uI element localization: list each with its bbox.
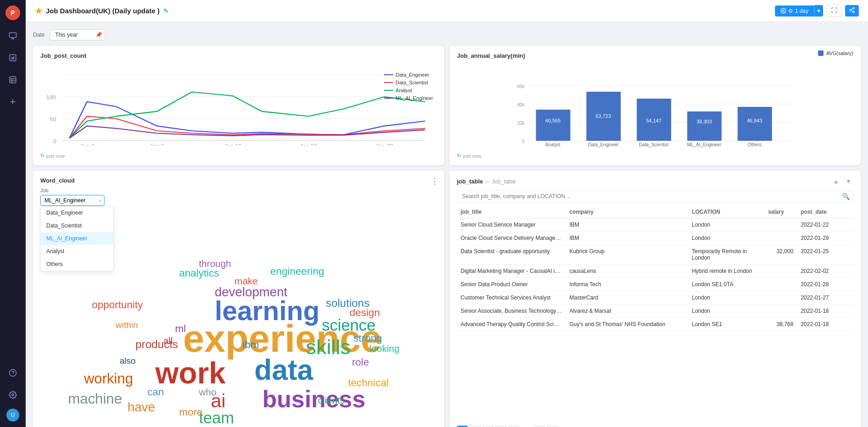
cell-salary: [764, 278, 797, 291]
cell-company: IBM: [566, 232, 688, 245]
cell-post-date: 2022-02-02: [797, 265, 846, 278]
dropdown-item-data-engineer[interactable]: Data_Engineer: [41, 206, 113, 219]
date-filter-label: Date: [33, 32, 44, 38]
expand-button[interactable]: [827, 5, 841, 17]
word-development: development: [215, 285, 288, 299]
sync-icon: ↻: [40, 153, 44, 159]
legend-label-analyst: Analyst: [396, 88, 412, 93]
dropdown-item-data-scientist[interactable]: Data_Scientist: [41, 219, 113, 232]
svg-text:Analyst: Analyst: [545, 142, 560, 147]
dropdown-item-analyst[interactable]: Analyst: [41, 245, 113, 258]
word-business: business: [262, 386, 365, 412]
cell-location: London: [688, 291, 764, 305]
svg-point-14: [853, 11, 855, 13]
col-job-title: job_title: [457, 206, 566, 218]
line-chart-svg: 0 50 100 Jan 2 2022 Jan 9: [40, 63, 437, 145]
dashboard-grid: Job_post_count 0 50 100: [33, 46, 861, 427]
sidebar-item-monitor[interactable]: [6, 29, 19, 42]
word-skills: skills: [306, 335, 351, 359]
svg-text:Others: Others: [747, 142, 761, 147]
svg-line-15: [851, 11, 853, 11]
help-icon[interactable]: [6, 366, 19, 379]
table-row: Senior Associate, Business Technology & …: [457, 305, 853, 318]
word-who: who: [198, 387, 216, 397]
day-button[interactable]: ⚙ 1 day: [775, 6, 814, 17]
word-engineering: engineering: [270, 266, 324, 277]
svg-point-12: [853, 7, 855, 9]
word-can: can: [148, 386, 164, 398]
sidebar-item-add[interactable]: +: [6, 95, 19, 108]
table-scroll-down-button[interactable]: ▼: [844, 177, 853, 186]
sidebar-item-table[interactable]: [6, 73, 19, 86]
svg-text:Data_Engineer: Data_Engineer: [588, 142, 619, 147]
legend-label-data-scientist: Data_Scientist: [396, 80, 428, 85]
user-avatar[interactable]: U: [6, 409, 19, 421]
cell-job-title: Oracle Cloud Service Delivery Manager IB…: [457, 232, 566, 245]
legend-line-data-engineer: [384, 74, 393, 75]
svg-text:0: 0: [522, 139, 525, 144]
cell-job-title: Customer Technical Services Analyst: [457, 291, 566, 305]
cell-location: London: [688, 232, 764, 245]
word-make: make: [235, 276, 258, 286]
cell-post-date: 2022-01-18: [797, 318, 846, 331]
svg-text:40,565: 40,565: [545, 118, 561, 123]
job-salary-title: Job_annual_salary(min): [457, 52, 853, 59]
share-button[interactable]: [845, 5, 859, 17]
bar-others: [738, 107, 772, 141]
col-post-date: post_date: [797, 206, 846, 218]
svg-text:40k: 40k: [517, 102, 525, 107]
cell-salary: 32,000: [764, 245, 797, 265]
day-dropdown-button[interactable]: ▾: [814, 5, 823, 17]
svg-point-10: [12, 394, 14, 396]
cell-post-date: 2022-01-28: [797, 278, 846, 291]
svg-rect-0: [10, 33, 16, 38]
cell-salary: [764, 232, 797, 245]
cell-job-title: Data Scientist - graduate opportunity: [457, 245, 566, 265]
legend-label-data-engineer: Data_Engineer: [396, 72, 429, 78]
svg-text:0: 0: [53, 139, 57, 144]
table-scroll-up-button[interactable]: ▲: [831, 177, 841, 186]
edit-icon[interactable]: ✎: [163, 7, 169, 15]
svg-text:Jan 9: Jan 9: [150, 143, 164, 145]
dashboard-title: Job Dashboard(UK) (Daily update ): [46, 7, 159, 15]
topbar: ★ Job Dashboard(UK) (Daily update ) ✎ ⚙ …: [26, 0, 868, 22]
filter-row: Date This year 📌: [33, 29, 861, 40]
cell-post-date: 2022-01-27: [797, 291, 846, 305]
svg-text:100: 100: [46, 94, 56, 100]
dropdown-caret: ∧: [99, 198, 102, 203]
date-filter-wrapper[interactable]: This year 📌: [50, 29, 105, 40]
word-working: working: [83, 371, 133, 387]
word-support: support: [195, 425, 226, 427]
legend-line-data-scientist: [384, 82, 393, 83]
cell-job-title: Senior Data Product Owner: [457, 278, 566, 291]
bar-ml-ai: [687, 111, 722, 141]
cell-job-title: Senior Cloud Service Manager: [457, 218, 566, 232]
sidebar-item-chart[interactable]: [6, 51, 19, 64]
content-area: Date This year 📌 Job_post_count 0 50 100: [26, 22, 868, 427]
settings-icon[interactable]: [6, 388, 19, 401]
svg-text:Jan 23: Jan 23: [300, 143, 317, 145]
job-post-count-footer: ↻ just now: [40, 153, 437, 159]
legend-ml-ai: ML_AI_Engineer: [384, 95, 433, 101]
word-team: team: [199, 409, 234, 427]
svg-text:60k: 60k: [517, 84, 525, 89]
table-search-input[interactable]: [457, 190, 853, 202]
word-ibm: ibm: [242, 339, 259, 350]
word-cloud-more-icon[interactable]: ⋮: [430, 176, 439, 186]
favorite-star-icon[interactable]: ★: [35, 6, 42, 16]
job-filter-input[interactable]: [40, 195, 104, 206]
cell-post-date: 2022-01-29: [797, 232, 846, 245]
dropdown-item-ml-ai[interactable]: ML_AI_Engineer: [41, 232, 113, 245]
cell-company: Guy's and St Thomas' NHS Foundation: [566, 318, 688, 331]
table-subtitle-sep: –: [486, 178, 489, 185]
svg-text:63,723: 63,723: [596, 113, 611, 119]
dropdown-item-others[interactable]: Others: [41, 258, 113, 271]
word-cloud-card: Word_cloud ⋮ Job ∧ Data_Engineer Data_Sc…: [33, 171, 444, 427]
col-company: company: [566, 206, 688, 218]
table-row: Digital Marketing Manager - CausalAI in …: [457, 265, 853, 278]
svg-text:ML_AI_Engineer: ML_AI_Engineer: [687, 142, 721, 147]
svg-text:20k: 20k: [517, 121, 525, 126]
cell-post-date: 2022-01-18: [797, 305, 846, 318]
word-data: data: [254, 354, 313, 386]
job-table-card: job_table – Job_table ▲ ▼ 🔍: [450, 171, 861, 427]
